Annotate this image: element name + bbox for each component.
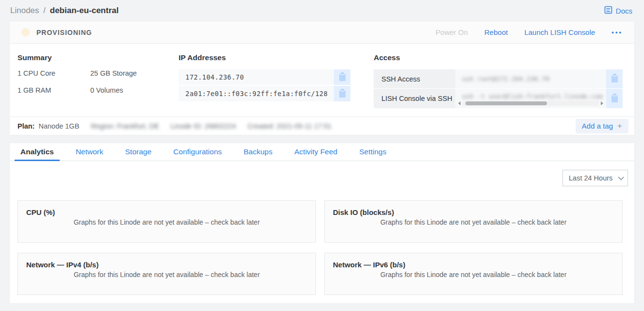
status-bar: PROVISIONING Power On Reboot Launch LISH… xyxy=(10,21,634,44)
power-on-button[interactable]: Power On xyxy=(435,28,468,36)
access-section: Access SSH Access ssh root@172.104.236.7… xyxy=(374,53,623,109)
scrollbar-track[interactable] xyxy=(462,101,599,106)
clipboard-icon xyxy=(339,90,346,98)
network-ipv4-graph-panel: Network — IPv4 (b/s) Graphs for this Lin… xyxy=(17,253,316,295)
linode-meta-row: Plan: Nanode 1GB Region: Frankfurt, DE L… xyxy=(10,116,634,135)
graphs-grid: CPU (%) Graphs for this Linode are not y… xyxy=(17,200,623,295)
time-range-selected-value: Last 24 Hours xyxy=(569,174,612,182)
ssh-access-value: ssh root@172.104.236.70 xyxy=(455,69,606,88)
disk-io-graph-title: Disk IO (blocks/s) xyxy=(325,201,622,216)
clipboard-icon xyxy=(611,75,618,82)
linode-tabs-card: Analytics Network Storage Configurations… xyxy=(10,143,634,303)
breadcrumb-separator: / xyxy=(43,6,46,15)
docs-label: Docs xyxy=(616,7,632,15)
tab-backups[interactable]: Backups xyxy=(241,143,275,161)
copy-ipv6-button[interactable] xyxy=(334,86,350,101)
tab-settings[interactable]: Settings xyxy=(356,143,389,161)
network-ipv6-graph-panel: Network — IPv6 (b/s) Graphs for this Lin… xyxy=(324,253,623,295)
tab-analytics[interactable]: Analytics xyxy=(17,143,57,161)
plan-value: Nanode 1GB xyxy=(38,122,79,130)
ipv6-address: 2a01:7e01::f03c:92ff:fe1a:f0fc/128 xyxy=(179,86,334,101)
chevron-down-icon xyxy=(618,174,624,180)
time-range-select[interactable]: Last 24 Hours xyxy=(562,170,628,186)
plus-icon: + xyxy=(617,121,622,131)
ip-addresses-section: IP Addresses 172.104.236.70 2a01:7e01::f… xyxy=(179,53,350,109)
linode-overview-body: Summary 1 CPU Core 25 GB Storage 1 GB RA… xyxy=(10,44,634,116)
cpu-graph-message: Graphs for this Linode are not yet avail… xyxy=(18,218,315,226)
access-heading: Access xyxy=(374,53,623,62)
docs-link[interactable]: Docs xyxy=(604,6,632,16)
ipv6-row: 2a01:7e01::f03c:92ff:fe1a:f0fc/128 xyxy=(179,86,350,101)
ipv4-address: 172.104.236.70 xyxy=(179,69,334,85)
plan-item: Plan: Nanode 1GB xyxy=(17,122,79,130)
add-a-tag-button[interactable]: Add a tag + xyxy=(576,119,628,133)
status-badge: PROVISIONING xyxy=(36,29,92,36)
cpu-graph-title: CPU (%) xyxy=(18,201,315,216)
reboot-button[interactable]: Reboot xyxy=(484,28,508,36)
copy-lish-button[interactable] xyxy=(606,89,623,108)
tab-activity-feed[interactable]: Activity Feed xyxy=(291,143,340,161)
disk-io-graph-panel: Disk IO (blocks/s) Graphs for this Linod… xyxy=(324,200,623,243)
summary-ram: 1 GB RAM xyxy=(17,86,90,94)
linode-detail-card: PROVISIONING Power On Reboot Launch LISH… xyxy=(10,21,634,135)
breadcrumb: Linodes / debian-eu-central xyxy=(10,6,118,16)
created-item: Created: 2021-05-11 17:51 xyxy=(248,122,331,130)
lish-console-command: ssh -t user@lish-frankfurt.linode.com xyxy=(462,93,603,100)
cpu-graph-panel: CPU (%) Graphs for this Linode are not y… xyxy=(17,200,316,243)
clipboard-icon xyxy=(611,95,618,102)
add-a-tag-label: Add a tag xyxy=(582,122,613,130)
ssh-access-label: SSH Access xyxy=(374,69,455,88)
lish-console-value: ssh -t user@lish-frankfurt.linode.com xyxy=(455,89,606,108)
docs-icon xyxy=(604,6,612,16)
summary-volumes: 0 Volumes xyxy=(90,86,179,94)
lish-console-label: LISH Console via SSH xyxy=(374,89,455,108)
ip-addresses-heading: IP Addresses xyxy=(179,53,350,62)
network-ipv4-graph-message: Graphs for this Linode are not yet avail… xyxy=(18,271,315,278)
network-ipv4-graph-title: Network — IPv4 (b/s) xyxy=(18,253,315,269)
tab-network[interactable]: Network xyxy=(73,143,106,161)
horizontal-scrollbar[interactable] xyxy=(458,100,603,106)
summary-cpu: 1 CPU Core xyxy=(17,69,90,77)
summary-heading: Summary xyxy=(17,53,179,62)
summary-section: Summary 1 CPU Core 25 GB Storage 1 GB RA… xyxy=(17,53,179,109)
status-dot-icon xyxy=(21,28,30,36)
analytics-panel: Last 24 Hours CPU (%) Graphs for this Li… xyxy=(10,161,634,303)
ssh-access-row: SSH Access ssh root@172.104.236.70 xyxy=(374,69,623,88)
status-actions: Power On Reboot Launch LISH Console ••• xyxy=(435,28,623,36)
disk-io-graph-message: Graphs for this Linode are not yet avail… xyxy=(325,218,622,226)
linode-id-item: Linode ID: 26802224 xyxy=(171,122,236,130)
page-header: Linodes / debian-eu-central Docs xyxy=(0,0,644,21)
more-actions-icon[interactable]: ••• xyxy=(611,29,623,36)
ssh-access-command: ssh root@172.104.236.70 xyxy=(462,75,549,82)
summary-storage: 25 GB Storage xyxy=(90,69,179,77)
copy-ssh-button[interactable] xyxy=(606,69,623,88)
scrollbar-thumb[interactable] xyxy=(465,101,547,105)
breadcrumb-current-linode: debian-eu-central xyxy=(50,6,119,15)
ipv4-row: 172.104.236.70 xyxy=(179,69,350,85)
network-ipv6-graph-message: Graphs for this Linode are not yet avail… xyxy=(325,271,622,278)
region-item: Region: Frankfurt, DE xyxy=(91,122,159,130)
tab-storage[interactable]: Storage xyxy=(122,143,154,161)
copy-ipv4-button[interactable] xyxy=(334,69,350,85)
network-ipv6-graph-title: Network — IPv6 (b/s) xyxy=(325,253,622,269)
scroll-left-icon[interactable] xyxy=(458,101,461,105)
breadcrumb-linodes-link[interactable]: Linodes xyxy=(10,6,39,15)
lish-console-row: LISH Console via SSH ssh -t user@lish-fr… xyxy=(374,89,623,108)
tab-configurations[interactable]: Configurations xyxy=(170,143,225,161)
tab-bar: Analytics Network Storage Configurations… xyxy=(10,143,634,161)
plan-label: Plan: xyxy=(17,122,34,130)
scroll-right-icon[interactable] xyxy=(601,101,603,105)
clipboard-icon xyxy=(339,74,346,81)
launch-lish-console-button[interactable]: Launch LISH Console xyxy=(524,28,595,36)
